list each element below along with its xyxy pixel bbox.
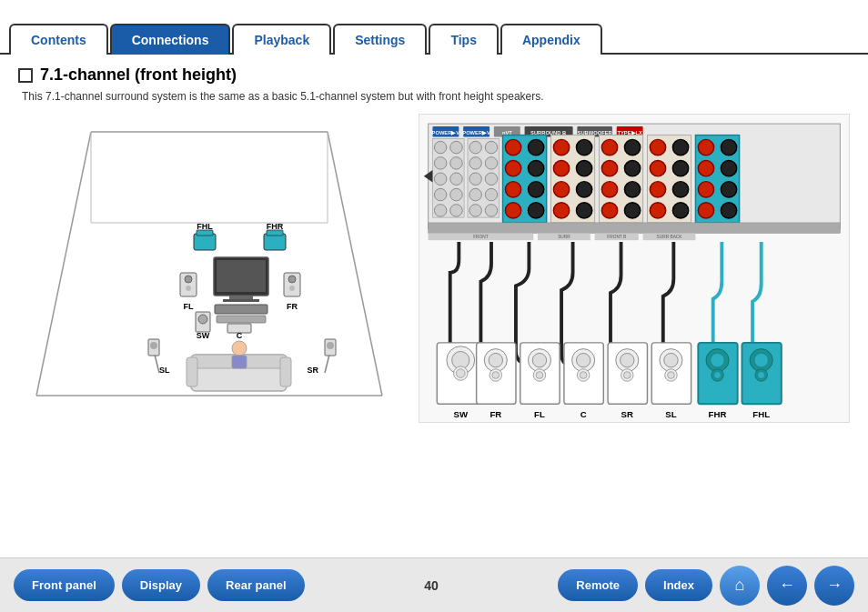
svg-text:FRONT: FRONT (473, 235, 489, 239)
svg-text:FHR: FHR (267, 222, 284, 231)
svg-rect-16 (223, 299, 259, 302)
svg-rect-14 (217, 260, 266, 292)
svg-point-87 (528, 182, 543, 197)
connection-diagram: POWER▶V POWER▶V nVT SURROUND B SUBWOOFER… (419, 114, 850, 423)
svg-point-118 (698, 139, 713, 155)
svg-text:SL: SL (159, 366, 170, 375)
svg-point-168 (664, 353, 678, 366)
front-panel-button[interactable]: Front panel (14, 569, 115, 601)
svg-text:FL: FL (534, 409, 545, 419)
svg-line-0 (36, 132, 91, 396)
svg-text:SURR: SURR (558, 235, 570, 239)
display-button[interactable]: Display (122, 569, 200, 601)
svg-point-24 (288, 276, 296, 283)
svg-text:SL: SL (665, 409, 676, 419)
page-number: 40 (312, 578, 551, 593)
svg-text:POWER▶V: POWER▶V (462, 130, 490, 135)
svg-point-123 (721, 182, 736, 197)
svg-text:FRONT B: FRONT B (607, 235, 626, 239)
svg-point-116 (672, 203, 688, 218)
svg-text:SUBWOOFER: SUBWOOFER (578, 130, 613, 135)
svg-point-176 (714, 372, 722, 379)
svg-text:nVT: nVT (502, 130, 512, 135)
svg-point-82 (505, 139, 520, 155)
main-content: 7.1-channel (front height) This 7.1-chan… (0, 55, 868, 423)
svg-point-68 (434, 205, 446, 216)
svg-text:SR: SR (621, 409, 633, 419)
svg-point-94 (576, 161, 591, 176)
svg-point-107 (624, 203, 640, 218)
section-subtitle: This 7.1-channel surround system is the … (18, 90, 850, 103)
svg-point-65 (450, 173, 462, 185)
svg-point-98 (576, 203, 591, 218)
svg-point-170 (668, 372, 675, 379)
svg-point-122 (698, 182, 713, 197)
svg-point-71 (469, 141, 481, 153)
svg-point-21 (186, 286, 191, 291)
svg-point-25 (289, 286, 295, 291)
remote-button[interactable]: Remote (558, 569, 638, 601)
svg-text:FHL: FHL (752, 409, 770, 419)
svg-text:FR: FR (287, 302, 298, 311)
svg-point-63 (450, 157, 462, 169)
tab-playback[interactable]: Playback (232, 24, 331, 55)
svg-point-38 (327, 342, 334, 349)
tab-appendix[interactable]: Appendix (500, 24, 602, 55)
forward-button[interactable]: → (814, 566, 854, 606)
rear-panel-button[interactable]: Rear panel (207, 569, 304, 601)
navigation-tabs: Contents Connections Playback Settings T… (0, 0, 868, 55)
svg-text:FR: FR (490, 409, 501, 419)
tab-connections[interactable]: Connections (110, 24, 231, 55)
svg-point-73 (469, 157, 481, 169)
svg-point-67 (450, 188, 462, 200)
svg-point-96 (576, 182, 591, 197)
svg-point-104 (601, 182, 617, 197)
svg-point-61 (450, 141, 462, 153)
svg-point-89 (528, 203, 543, 218)
svg-point-76 (485, 173, 497, 185)
svg-text:TYPE▶LX: TYPE▶LX (617, 130, 642, 135)
svg-point-121 (721, 161, 736, 176)
svg-point-106 (601, 203, 617, 218)
svg-text:FHR: FHR (709, 409, 727, 419)
svg-text:POWER▶V: POWER▶V (432, 130, 460, 135)
svg-point-62 (434, 157, 446, 169)
svg-text:C: C (237, 331, 243, 340)
checkbox-icon (18, 68, 33, 83)
svg-point-103 (624, 161, 640, 176)
svg-point-91 (553, 139, 569, 155)
svg-point-112 (672, 161, 688, 176)
svg-rect-15 (229, 296, 253, 299)
svg-point-114 (672, 182, 688, 197)
svg-point-182 (758, 372, 765, 379)
svg-rect-42 (187, 357, 197, 386)
svg-rect-43 (280, 357, 291, 386)
svg-text:C: C (580, 409, 587, 419)
svg-point-88 (505, 203, 520, 218)
svg-rect-7 (194, 234, 216, 250)
tab-contents[interactable]: Contents (9, 24, 108, 55)
home-button[interactable]: ⌂ (720, 566, 760, 606)
tab-tips[interactable]: Tips (429, 24, 499, 55)
svg-point-156 (576, 353, 590, 366)
svg-point-64 (434, 173, 446, 185)
svg-rect-17 (215, 305, 267, 314)
svg-point-80 (485, 205, 497, 216)
svg-point-69 (450, 205, 462, 216)
diagram-area: FHL FHR FL (18, 114, 850, 423)
svg-point-77 (469, 188, 481, 200)
svg-point-79 (469, 205, 481, 216)
index-button[interactable]: Index (645, 569, 712, 601)
svg-rect-10 (264, 234, 286, 250)
svg-text:FL: FL (184, 302, 194, 311)
svg-point-152 (536, 372, 543, 379)
svg-point-119 (721, 139, 736, 155)
svg-point-93 (553, 161, 569, 176)
tab-settings[interactable]: Settings (333, 24, 427, 55)
back-button[interactable]: ← (767, 566, 807, 606)
svg-point-44 (232, 341, 247, 356)
svg-point-144 (489, 353, 502, 366)
room-diagram: FHL FHR FL (18, 114, 400, 423)
svg-point-20 (185, 276, 192, 283)
svg-point-101 (624, 139, 640, 155)
